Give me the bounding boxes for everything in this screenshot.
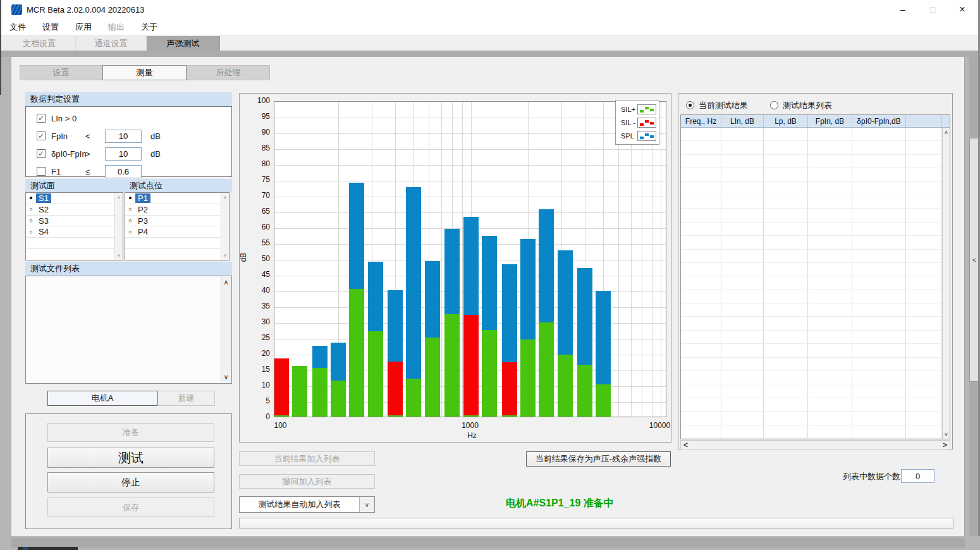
undo-add-button[interactable]: 撤回加入列表 xyxy=(239,474,375,489)
radio-current-icon[interactable] xyxy=(686,101,694,109)
table-cell xyxy=(764,128,808,140)
column-header-5: δpI0-FpIn,dB xyxy=(852,115,906,127)
table-cell xyxy=(808,412,852,424)
table-row xyxy=(681,236,942,249)
window-left-edge xyxy=(0,0,1,95)
criteria-row-f1: F1≤ xyxy=(26,165,231,179)
radio-current-label: 当前测试结果 xyxy=(699,101,748,110)
table-cell xyxy=(808,195,852,208)
x-tick-label: 100 xyxy=(262,421,300,430)
table-cell xyxy=(721,128,764,140)
table-cell xyxy=(681,344,721,357)
point-item-p3[interactable]: ○P3 xyxy=(125,216,221,227)
results-vscrollbar[interactable]: ∧ ∨ xyxy=(942,128,950,439)
list-count-field[interactable]: 0 xyxy=(901,469,934,483)
sub-tab-measure[interactable]: 测量 xyxy=(102,65,187,80)
table-cell xyxy=(808,371,852,384)
point-item-p1[interactable]: ●P1 xyxy=(125,193,221,204)
menu-item-settings[interactable]: 设置 xyxy=(34,19,67,35)
column-header-2: LIn, dB xyxy=(721,115,764,127)
table-cell xyxy=(721,358,764,370)
radio-result-list[interactable]: 测试结果列表 xyxy=(770,99,832,111)
point-scrollbar[interactable]: ▲▼ xyxy=(221,193,229,260)
scroll-down-icon[interactable]: ▼ xyxy=(116,253,121,259)
scroll-down-icon[interactable]: ∨ xyxy=(944,431,948,437)
criteria-value-fpin[interactable] xyxy=(105,130,142,143)
tab-intensity-test[interactable]: 声强测试 xyxy=(147,36,220,51)
scroll-up-icon[interactable]: ▲ xyxy=(116,194,121,200)
table-cell xyxy=(721,371,764,384)
window-title: MCR Beta 2.02.0.004 20220613 xyxy=(27,5,144,15)
table-row xyxy=(681,358,942,371)
table-cell xyxy=(681,128,721,140)
results-hscrollbar[interactable]: < > xyxy=(680,440,950,449)
surface-item-s2[interactable]: ○S2 xyxy=(26,204,114,216)
checkbox-lin[interactable]: ✓ xyxy=(37,114,46,123)
scroll-up-icon[interactable]: ∧ xyxy=(223,278,228,286)
scroll-down-icon[interactable]: ∨ xyxy=(223,373,228,381)
sub-tab-setup[interactable]: 设置 xyxy=(20,65,102,80)
table-cell xyxy=(852,303,906,316)
menu-item-output[interactable]: 输出 xyxy=(100,19,133,35)
scroll-up-icon[interactable]: ▲ xyxy=(223,194,228,200)
radio-current-result[interactable]: 当前测试结果 xyxy=(686,99,748,111)
table-cell xyxy=(764,398,808,411)
tab-doc-settings[interactable]: 文档设置 xyxy=(3,36,76,51)
tab-band xyxy=(0,51,980,57)
sil-plus-bar-315 xyxy=(368,331,383,417)
table-cell xyxy=(906,331,942,343)
menu-item-application[interactable]: 应用 xyxy=(67,19,100,35)
surface-list: ●S1○S2○S3○S4▲▼ xyxy=(25,192,123,260)
bottom-scroll-band[interactable] xyxy=(11,538,965,547)
point-item-p2[interactable]: ○P2 xyxy=(125,204,221,216)
table-cell xyxy=(852,195,906,208)
checkbox-dpi0-fpin[interactable]: ✓ xyxy=(37,149,46,158)
surface-item-s1[interactable]: ●S1 xyxy=(26,193,114,204)
menu-item-file[interactable]: 文件 xyxy=(1,19,34,35)
maximize-button[interactable]: □ xyxy=(918,0,947,19)
scroll-up-icon[interactable]: ∧ xyxy=(944,129,948,135)
project-new-button[interactable]: 新建 xyxy=(157,391,215,406)
menu-item-about[interactable]: 关于 xyxy=(133,19,166,35)
sub-tab-post-process[interactable]: 后处理 xyxy=(187,65,270,80)
table-cell xyxy=(681,182,721,195)
y-tick-label: 40 xyxy=(247,286,270,295)
table-cell xyxy=(906,398,942,411)
checkbox-f1[interactable] xyxy=(37,167,46,176)
checkbox-fpin[interactable]: ✓ xyxy=(37,131,46,140)
surface-scrollbar[interactable]: ▲▼ xyxy=(114,193,123,260)
criteria-value-f1[interactable] xyxy=(105,165,142,178)
auto-add-dropdown[interactable]: 测试结果自动加入列表 ∨ xyxy=(239,496,375,513)
radio-icon: ○ xyxy=(26,217,36,224)
close-button[interactable]: × xyxy=(948,0,977,19)
stop-button[interactable]: 停止 xyxy=(47,472,214,492)
minimize-button[interactable]: – xyxy=(888,0,917,19)
save-button[interactable]: 保存 xyxy=(47,498,214,517)
scroll-right-icon[interactable]: > xyxy=(943,441,947,449)
table-cell xyxy=(721,155,764,168)
tab-channel-settings[interactable]: 通道设置 xyxy=(76,36,147,51)
scroll-left-icon[interactable]: < xyxy=(683,441,688,449)
table-row xyxy=(681,290,942,303)
project-tab-motor-a[interactable]: 电机A xyxy=(47,391,157,406)
scroll-down-icon[interactable]: ▼ xyxy=(223,253,228,259)
legend-swatch-icon xyxy=(637,131,656,141)
y-tick-label: 65 xyxy=(247,207,270,216)
legend-entry-spl: SPL xyxy=(616,129,659,142)
surface-item-s3[interactable]: ○S3 xyxy=(26,216,114,227)
surface-item-s4[interactable]: ○S4 xyxy=(26,226,114,238)
table-row xyxy=(681,141,942,154)
results-panel: 当前测试结果 测试结果列表 Freq., HzLIn, dBLp, dBFpIn… xyxy=(678,93,953,449)
prepare-button[interactable]: 准备 xyxy=(47,423,214,442)
point-item-p4[interactable]: ○P4 xyxy=(125,226,221,238)
add-current-result-button[interactable]: 当前结果加入列表 xyxy=(239,451,375,466)
point-label: P2 xyxy=(135,205,150,214)
radio-list-icon[interactable] xyxy=(770,101,778,109)
test-file-list[interactable]: ∧ ∨ xyxy=(25,276,232,384)
test-button[interactable]: 测试 xyxy=(47,448,214,468)
criteria-value-dpi0-fpin[interactable] xyxy=(105,147,142,161)
chevron-down-icon[interactable]: ∨ xyxy=(359,497,374,512)
table-cell xyxy=(852,209,906,221)
save-as-pressure-residual-button[interactable]: 当前结果保存为声压-残余声强指数 xyxy=(526,451,671,467)
file-list-scrollbar[interactable]: ∧ ∨ xyxy=(221,277,231,382)
